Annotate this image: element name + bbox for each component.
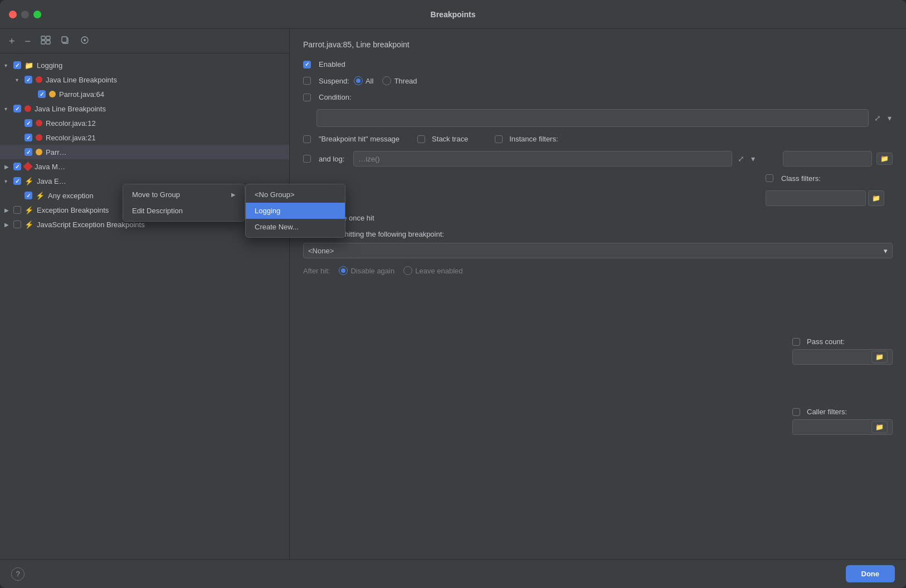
enabled-label: Enabled	[319, 60, 345, 68]
caller-filter-browse[interactable]: 📁	[871, 421, 888, 433]
checkbox-exception-bp[interactable]	[13, 206, 21, 214]
maximize-button[interactable]	[33, 11, 41, 18]
lightning-icon: ⚡	[25, 220, 33, 229]
breakpoint-hit-row: "Breakpoint hit" message Stack trace Ins…	[303, 135, 893, 143]
suspend-thread-option[interactable]: Thread	[382, 76, 417, 85]
done-button[interactable]: Done	[846, 565, 895, 582]
suspend-all-radio[interactable]	[354, 76, 363, 85]
submenu-logging[interactable]: Logging	[246, 203, 345, 219]
checkbox-parr[interactable]	[25, 148, 32, 156]
stack-trace-label: Stack trace	[432, 135, 468, 143]
close-button[interactable]	[9, 11, 17, 18]
folder-icon: 📁	[25, 61, 33, 70]
condition-checkbox[interactable]	[303, 94, 311, 101]
bp-hit-checkbox[interactable]	[303, 135, 311, 143]
pass-count-browse[interactable]: 📁	[871, 351, 888, 363]
leave-enabled-radio[interactable]	[403, 266, 412, 275]
chevron-icon: ▶	[4, 207, 11, 213]
class-filters-row: Class filters:	[766, 174, 893, 183]
tree-label: Parr…	[46, 148, 67, 156]
checkbox-recolor12[interactable]	[25, 119, 32, 127]
tree-item-recolor12[interactable]: Recolor.java:12	[0, 116, 289, 130]
suspend-all-label: All	[366, 77, 373, 85]
instance-filter-browse[interactable]: 📁	[876, 153, 893, 165]
tree-label: Recolor.java:12	[46, 119, 96, 128]
suspend-row: Suspend: All Thread	[303, 76, 893, 85]
checkbox-recolor21[interactable]	[25, 134, 32, 141]
checkbox-java-e[interactable]	[13, 177, 21, 185]
condition-field[interactable]	[316, 109, 869, 127]
diamond-icon	[23, 162, 33, 171]
and-log-checkbox[interactable]	[303, 155, 311, 163]
lightning-icon: ⚡	[25, 206, 33, 214]
filter-button[interactable]	[77, 35, 92, 47]
log-dropdown-icon[interactable]: ▾	[750, 153, 756, 164]
tree-item-recolor21[interactable]: Recolor.java:21	[0, 130, 289, 145]
submenu-no-group[interactable]: <No Group>	[246, 187, 345, 203]
leave-enabled-option[interactable]: Leave enabled	[403, 266, 462, 275]
bp-hit-label: "Breakpoint hit" message	[319, 135, 400, 143]
chevron-icon	[29, 91, 36, 97]
disable-until-select[interactable]: <None> ▾	[303, 243, 893, 258]
lightning-icon: ⚡	[36, 192, 45, 200]
lightning-icon: ⚡	[25, 177, 33, 185]
checkbox-java-m[interactable]	[13, 163, 21, 170]
add-button[interactable]: +	[7, 35, 17, 47]
tree-item-java-line-2[interactable]: ▾ Java Line Breakpoints	[0, 101, 289, 116]
left-panel: + −	[0, 29, 290, 559]
caller-filters-checkbox[interactable]	[792, 408, 800, 416]
yellow-dot-icon	[49, 91, 56, 97]
checkbox-parrot64[interactable]	[38, 90, 46, 98]
suspend-all-option[interactable]: All	[354, 76, 373, 85]
breakpoints-tree: ▾ 📁 Logging ▾ Java Line Breakpoints	[0, 53, 289, 559]
edit-description-item[interactable]: Edit Description	[123, 203, 245, 219]
right-panel: Parrot.java:85, Line breakpoint Enabled …	[290, 29, 906, 559]
tree-item-parrot64[interactable]: Parrot.java:64	[0, 87, 289, 101]
log-expand-icon[interactable]: ⤢	[737, 153, 746, 164]
checkbox-java-line-1[interactable]	[25, 76, 32, 84]
chevron-icon: ▶	[4, 164, 11, 170]
condition-label: Condition:	[319, 93, 352, 101]
checkbox-js-exception-bp[interactable]	[13, 220, 21, 228]
red-dot-icon	[36, 120, 42, 126]
suspend-thread-radio[interactable]	[382, 76, 391, 85]
suspend-checkbox[interactable]	[303, 77, 311, 85]
class-filters-checkbox[interactable]	[766, 174, 773, 182]
submenu-chevron-icon: ▶	[231, 192, 236, 198]
checkbox-any-exception[interactable]	[25, 192, 32, 199]
and-log-label: and log:	[319, 155, 344, 163]
checkbox-logging[interactable]	[13, 61, 21, 69]
title-bar: Breakpoints	[0, 0, 906, 29]
copy-button[interactable]	[59, 35, 72, 47]
pass-count-label: Pass count:	[807, 337, 845, 346]
remove-button[interactable]: −	[23, 35, 33, 47]
disable-again-label: Disable again	[350, 267, 394, 275]
checkbox-java-line-2[interactable]	[13, 105, 21, 112]
dropdown-icon[interactable]: ▾	[886, 112, 893, 124]
enabled-checkbox[interactable]	[303, 61, 311, 68]
disable-again-option[interactable]: Disable again	[339, 266, 394, 275]
submenu-create-new[interactable]: Create New...	[246, 219, 345, 235]
group-button[interactable]	[38, 35, 53, 47]
class-filter-browse[interactable]: 📁	[868, 190, 884, 206]
instance-filters-checkbox[interactable]	[495, 135, 503, 143]
pass-count-checkbox[interactable]	[792, 338, 800, 346]
chevron-icon	[16, 135, 22, 141]
move-to-group-item[interactable]: Move to Group ▶	[123, 187, 245, 203]
expand-icon[interactable]: ⤢	[873, 112, 882, 124]
svg-rect-5	[62, 37, 67, 42]
suspend-label: Suspend:	[319, 77, 349, 85]
chevron-icon: ▾	[4, 106, 11, 112]
help-button[interactable]: ?	[11, 567, 25, 581]
stack-trace-checkbox[interactable]	[417, 135, 425, 143]
enabled-row: Enabled	[303, 60, 893, 68]
tree-label: Java Line Breakpoints	[46, 76, 117, 84]
disable-again-radio[interactable]	[339, 266, 348, 275]
tree-item-java-line-1[interactable]: ▾ Java Line Breakpoints	[0, 72, 289, 87]
tree-item-java-m[interactable]: ▶ Java M…	[0, 159, 289, 174]
tree-item-logging[interactable]: ▾ 📁 Logging	[0, 58, 289, 72]
tree-item-parr[interactable]: Parr…	[0, 145, 289, 159]
svg-point-7	[84, 39, 86, 41]
minimize-button[interactable]	[21, 11, 29, 18]
instance-filters-label: Instance filters:	[509, 135, 558, 143]
